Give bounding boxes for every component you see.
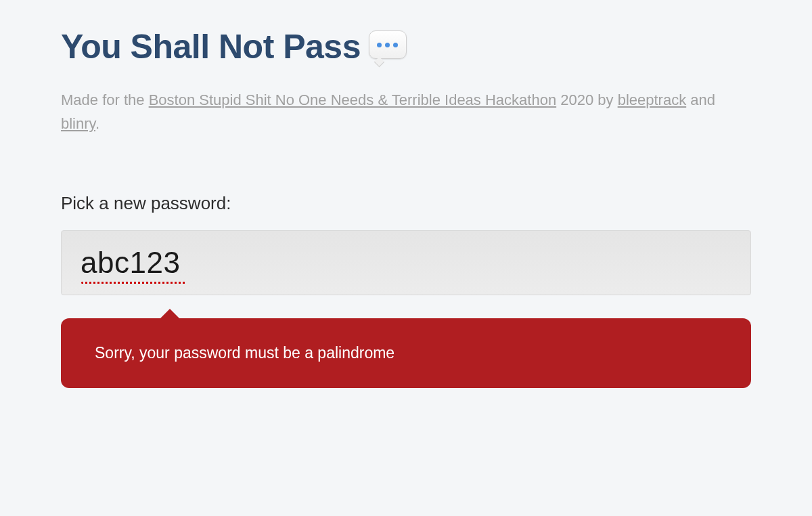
page-title: You Shall Not Pass (61, 27, 751, 66)
credits-prefix: Made for the (61, 91, 149, 108)
password-input[interactable] (61, 230, 751, 295)
speech-bubble-icon (369, 30, 407, 63)
credits-line: Made for the Boston Stupid Shit No One N… (61, 88, 751, 135)
error-arrow-icon (159, 309, 181, 320)
credits-after2: and (686, 91, 715, 108)
author-blinry-link[interactable]: blinry (61, 115, 95, 132)
hackathon-link[interactable]: Boston Stupid Shit No One Needs & Terrib… (149, 91, 557, 108)
author-bleeptrack-link[interactable]: bleeptrack (618, 91, 687, 108)
credits-suffix: . (95, 115, 99, 132)
password-input-wrapper (61, 230, 751, 295)
error-message-text: Sorry, your password must be a palindrom… (95, 344, 394, 362)
title-text: You Shall Not Pass (61, 27, 361, 66)
spellcheck-underline (81, 282, 185, 284)
error-message-box: Sorry, your password must be a palindrom… (61, 318, 751, 388)
password-label: Pick a new password: (61, 193, 751, 214)
credits-after1: 2020 by (556, 91, 618, 108)
